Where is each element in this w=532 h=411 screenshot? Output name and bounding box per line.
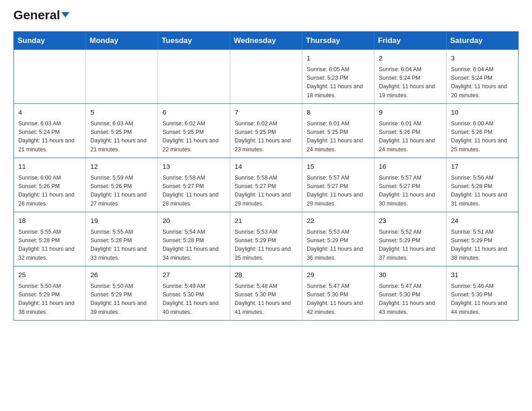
day-number: 18 (18, 216, 81, 226)
logo-general-text: General (13, 8, 60, 22)
day-info: Sunrise: 6:02 AM Sunset: 5:25 PM Dayligh… (163, 120, 225, 154)
day-info: Sunrise: 5:59 AM Sunset: 5:26 PM Dayligh… (90, 174, 153, 209)
day-info: Sunrise: 5:55 AM Sunset: 5:28 PM Dayligh… (90, 228, 153, 263)
calendar-day-cell: 6Sunrise: 6:02 AM Sunset: 5:25 PM Daylig… (158, 104, 230, 158)
day-number: 4 (18, 107, 81, 118)
calendar-header-row: SundayMondayTuesdayWednesdayThursdayFrid… (14, 32, 519, 50)
day-number: 22 (307, 216, 369, 226)
day-number: 24 (451, 216, 514, 226)
day-info: Sunrise: 5:58 AM Sunset: 5:27 PM Dayligh… (235, 174, 297, 209)
calendar-day-cell: 16Sunrise: 5:57 AM Sunset: 5:27 PM Dayli… (374, 158, 446, 212)
calendar-day-cell: 25Sunrise: 5:50 AM Sunset: 5:29 PM Dayli… (14, 266, 86, 321)
day-number: 20 (163, 216, 225, 226)
calendar-day-cell: 9Sunrise: 6:01 AM Sunset: 5:26 PM Daylig… (374, 104, 446, 158)
logo-general: General (13, 9, 69, 21)
calendar-day-cell: 18Sunrise: 5:55 AM Sunset: 5:28 PM Dayli… (14, 212, 86, 266)
calendar-day-cell (86, 50, 158, 104)
calendar-week-row: 1Sunrise: 6:05 AM Sunset: 5:23 PM Daylig… (14, 50, 519, 104)
calendar-day-cell: 24Sunrise: 5:51 AM Sunset: 5:29 PM Dayli… (446, 212, 519, 266)
day-info: Sunrise: 6:03 AM Sunset: 5:25 PM Dayligh… (90, 120, 153, 154)
calendar-day-cell: 20Sunrise: 5:54 AM Sunset: 5:28 PM Dayli… (158, 212, 230, 266)
day-number: 5 (90, 107, 153, 118)
day-number: 29 (307, 270, 369, 280)
day-info: Sunrise: 5:57 AM Sunset: 5:27 PM Dayligh… (307, 174, 369, 209)
day-of-week-header: Friday (374, 32, 446, 50)
day-number: 21 (235, 216, 297, 226)
day-info: Sunrise: 5:52 AM Sunset: 5:29 PM Dayligh… (379, 228, 442, 263)
day-number: 1 (307, 53, 369, 64)
calendar-day-cell: 10Sunrise: 6:00 AM Sunset: 5:26 PM Dayli… (446, 104, 519, 158)
day-info: Sunrise: 6:05 AM Sunset: 5:23 PM Dayligh… (307, 65, 369, 100)
day-info: Sunrise: 6:01 AM Sunset: 5:25 PM Dayligh… (307, 120, 369, 154)
calendar-day-cell: 15Sunrise: 5:57 AM Sunset: 5:27 PM Dayli… (302, 158, 374, 212)
day-number: 15 (307, 162, 369, 172)
day-info: Sunrise: 5:46 AM Sunset: 5:30 PM Dayligh… (451, 282, 514, 317)
calendar-day-cell (158, 50, 230, 104)
calendar-day-cell: 22Sunrise: 5:53 AM Sunset: 5:29 PM Dayli… (302, 212, 374, 266)
calendar-week-row: 18Sunrise: 5:55 AM Sunset: 5:28 PM Dayli… (14, 212, 519, 266)
day-number: 3 (451, 53, 514, 64)
day-info: Sunrise: 5:49 AM Sunset: 5:30 PM Dayligh… (163, 282, 225, 317)
day-info: Sunrise: 6:04 AM Sunset: 5:24 PM Dayligh… (379, 65, 442, 100)
day-info: Sunrise: 6:01 AM Sunset: 5:26 PM Dayligh… (379, 120, 442, 154)
calendar-week-row: 25Sunrise: 5:50 AM Sunset: 5:29 PM Dayli… (14, 266, 519, 321)
day-of-week-header: Monday (86, 32, 158, 50)
calendar-table: SundayMondayTuesdayWednesdayThursdayFrid… (13, 31, 519, 321)
calendar-day-cell: 12Sunrise: 5:59 AM Sunset: 5:26 PM Dayli… (86, 158, 158, 212)
logo-triangle-icon (61, 12, 69, 17)
day-of-week-header: Wednesday (230, 32, 302, 50)
day-info: Sunrise: 5:55 AM Sunset: 5:28 PM Dayligh… (18, 228, 81, 263)
day-of-week-header: Thursday (302, 32, 374, 50)
day-number: 9 (379, 107, 442, 118)
calendar-day-cell: 30Sunrise: 5:47 AM Sunset: 5:30 PM Dayli… (374, 266, 446, 321)
day-number: 6 (163, 107, 225, 118)
calendar-day-cell: 11Sunrise: 6:00 AM Sunset: 5:26 PM Dayli… (14, 158, 86, 212)
day-info: Sunrise: 5:51 AM Sunset: 5:29 PM Dayligh… (451, 228, 514, 263)
day-number: 2 (379, 53, 442, 64)
calendar-day-cell: 8Sunrise: 6:01 AM Sunset: 5:25 PM Daylig… (302, 104, 374, 158)
day-info: Sunrise: 6:04 AM Sunset: 5:24 PM Dayligh… (451, 65, 514, 100)
day-number: 28 (235, 270, 297, 280)
day-number: 30 (379, 270, 442, 280)
day-info: Sunrise: 5:53 AM Sunset: 5:29 PM Dayligh… (307, 228, 369, 263)
day-number: 8 (307, 107, 369, 118)
day-info: Sunrise: 6:00 AM Sunset: 5:26 PM Dayligh… (18, 174, 81, 209)
day-info: Sunrise: 6:02 AM Sunset: 5:25 PM Dayligh… (235, 120, 297, 154)
day-number: 16 (379, 162, 442, 172)
day-info: Sunrise: 6:00 AM Sunset: 5:26 PM Dayligh… (451, 120, 514, 154)
logo: General (13, 9, 69, 22)
day-info: Sunrise: 5:50 AM Sunset: 5:29 PM Dayligh… (90, 282, 153, 317)
calendar-day-cell: 29Sunrise: 5:47 AM Sunset: 5:30 PM Dayli… (302, 266, 374, 321)
day-number: 13 (163, 162, 225, 172)
page-header: General (13, 9, 519, 22)
calendar-day-cell: 14Sunrise: 5:58 AM Sunset: 5:27 PM Dayli… (230, 158, 302, 212)
day-number: 19 (90, 216, 153, 226)
calendar-day-cell (230, 50, 302, 104)
calendar-day-cell: 31Sunrise: 5:46 AM Sunset: 5:30 PM Dayli… (446, 266, 519, 321)
calendar-day-cell: 27Sunrise: 5:49 AM Sunset: 5:30 PM Dayli… (158, 266, 230, 321)
calendar-day-cell: 4Sunrise: 6:03 AM Sunset: 5:24 PM Daylig… (14, 104, 86, 158)
calendar-day-cell: 28Sunrise: 5:48 AM Sunset: 5:30 PM Dayli… (230, 266, 302, 321)
calendar-day-cell: 13Sunrise: 5:58 AM Sunset: 5:27 PM Dayli… (158, 158, 230, 212)
day-info: Sunrise: 6:03 AM Sunset: 5:24 PM Dayligh… (18, 120, 81, 154)
calendar-day-cell: 26Sunrise: 5:50 AM Sunset: 5:29 PM Dayli… (86, 266, 158, 321)
day-number: 14 (235, 162, 297, 172)
day-info: Sunrise: 5:58 AM Sunset: 5:27 PM Dayligh… (163, 174, 225, 209)
day-number: 7 (235, 107, 297, 118)
calendar-week-row: 11Sunrise: 6:00 AM Sunset: 5:26 PM Dayli… (14, 158, 519, 212)
calendar-day-cell: 23Sunrise: 5:52 AM Sunset: 5:29 PM Dayli… (374, 212, 446, 266)
calendar-day-cell: 7Sunrise: 6:02 AM Sunset: 5:25 PM Daylig… (230, 104, 302, 158)
calendar-day-cell: 19Sunrise: 5:55 AM Sunset: 5:28 PM Dayli… (86, 212, 158, 266)
day-info: Sunrise: 5:53 AM Sunset: 5:29 PM Dayligh… (235, 228, 297, 263)
day-number: 12 (90, 162, 153, 172)
calendar-day-cell: 21Sunrise: 5:53 AM Sunset: 5:29 PM Dayli… (230, 212, 302, 266)
calendar-day-cell: 3Sunrise: 6:04 AM Sunset: 5:24 PM Daylig… (446, 50, 519, 104)
day-number: 10 (451, 107, 514, 118)
day-number: 31 (451, 270, 514, 280)
calendar-day-cell: 17Sunrise: 5:56 AM Sunset: 5:28 PM Dayli… (446, 158, 519, 212)
day-info: Sunrise: 5:48 AM Sunset: 5:30 PM Dayligh… (235, 282, 297, 317)
calendar-day-cell: 5Sunrise: 6:03 AM Sunset: 5:25 PM Daylig… (86, 104, 158, 158)
calendar-day-cell: 1Sunrise: 6:05 AM Sunset: 5:23 PM Daylig… (302, 50, 374, 104)
day-info: Sunrise: 5:50 AM Sunset: 5:29 PM Dayligh… (18, 282, 81, 317)
day-of-week-header: Tuesday (158, 32, 230, 50)
